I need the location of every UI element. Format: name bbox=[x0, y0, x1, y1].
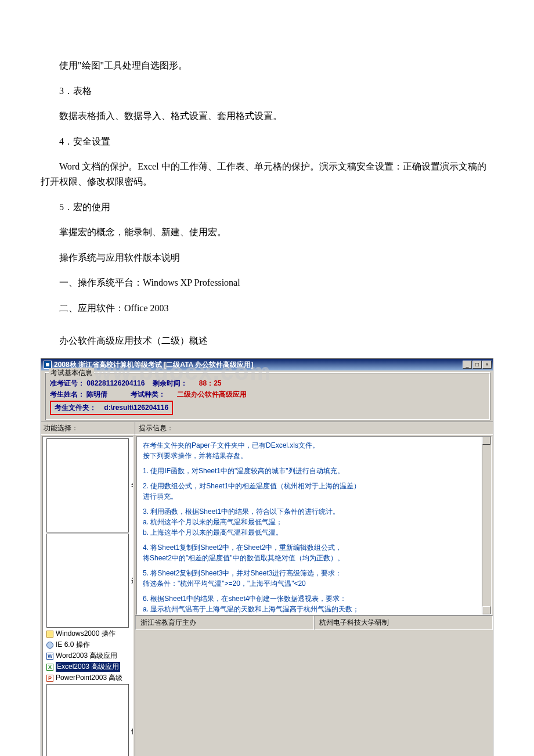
type-label: 考试种类： bbox=[131, 390, 165, 398]
folder-label: 考生文件夹： bbox=[55, 404, 96, 412]
document-page: 使用"绘图"工具处理自选图形。 3．表格 数据表格插入、数据导入、格式设置、套用… bbox=[0, 0, 534, 756]
instr-0a: 在考生文件夹的Paper子文件夹中，已有DExcel.xls文件。 bbox=[143, 440, 479, 451]
instr-4b: 将Sheet2中的"相差的温度值"中的数值取其绝对值（均为正数）。 bbox=[143, 553, 479, 563]
close-button[interactable]: × bbox=[482, 361, 492, 369]
tree-item-save[interactable]: 保存结果 bbox=[43, 683, 133, 756]
folder-value: d:\result\126204116 bbox=[104, 404, 168, 412]
instr-block-4: 4. 将Sheet1复制到Sheet2中，在Sheet2中，重新编辑数组公式， … bbox=[143, 542, 479, 563]
instr-6b: a. 显示杭州气温高于上海气温的天数和上海气温高于杭州气温的天数； bbox=[143, 604, 479, 614]
exam-info-legend: 考试基本信息 bbox=[49, 368, 94, 378]
para-app: 二、应用软件：Office 2003 bbox=[41, 301, 493, 316]
scroll-down-button[interactable] bbox=[482, 606, 490, 614]
folder-icon bbox=[46, 631, 53, 638]
window-title: 2008秋 浙江省高校计算机等级考试 [二级ATA 办公软件高级应用] bbox=[54, 360, 463, 370]
maximize-button[interactable]: □ bbox=[472, 361, 482, 369]
instr-block-2: 2. 使用数组公式，对Sheet1中的相差温度值（杭州相对于上海的温差） 进行填… bbox=[143, 481, 479, 502]
para-drawing: 使用"绘图"工具处理自选图形。 bbox=[41, 58, 493, 73]
function-select-legend: 功能选择： bbox=[41, 422, 135, 435]
ppt-icon bbox=[46, 675, 53, 682]
ticket-label: 准考证号： bbox=[50, 379, 85, 387]
left-column: 功能选择： 考试须知 选择题型 Windows2000 操作 IE 6.0 操作… bbox=[41, 422, 135, 756]
instr-5b: 筛选条件："杭州平均气温">=20，"上海平均气温"<20 bbox=[143, 578, 479, 589]
instr-3b: a. 杭州这半个月以来的最高气温和最低气温； bbox=[143, 517, 479, 527]
exam-window: 2008秋 浙江省高校计算机等级考试 [二级ATA 办公软件高级应用] _ □ … bbox=[41, 358, 493, 756]
page-icon bbox=[46, 438, 129, 532]
heading-3-tables: 3．表格 bbox=[41, 84, 493, 99]
name-value: 陈明倩 bbox=[86, 390, 107, 398]
save-icon bbox=[46, 684, 129, 756]
type-value: 二级办公软件高级应用 bbox=[177, 390, 247, 398]
instr-block-0: 在考生文件夹的Paper子文件夹中，已有DExcel.xls文件。 按下列要求操… bbox=[143, 440, 479, 461]
para-macro: 掌握宏的概念，能录制、新建、使用宏。 bbox=[41, 225, 493, 240]
folder-highlight: 考生文件夹： d:\result\126204116 bbox=[50, 401, 173, 415]
tree-item-choose[interactable]: 选择题型 bbox=[43, 533, 133, 628]
para-os: 一、操作系统平台：Windows XP Professional bbox=[41, 275, 493, 290]
remain-value: 88：25 bbox=[199, 379, 222, 387]
remain-label: 剩余时间： bbox=[153, 379, 187, 387]
para-tables: 数据表格插入、数据导入、格式设置、套用格式设置。 bbox=[41, 109, 493, 124]
minimize-button[interactable]: _ bbox=[463, 361, 472, 369]
tree-item-windows2000[interactable]: Windows2000 操作 bbox=[43, 628, 133, 639]
instr-4a: 4. 将Sheet1复制到Sheet2中，在Sheet2中，重新编辑数组公式， bbox=[143, 542, 479, 553]
heading-5-macro: 5．宏的使用 bbox=[41, 200, 493, 215]
instr-6a: 6. 根据Sheet1中的结果，在sheet4中创建一张数据透视表，要求： bbox=[143, 593, 479, 604]
window-footer: 浙江省教育厅主办 杭州电子科技大学研制 bbox=[135, 615, 493, 630]
instr-block-5: 5. 将Sheet2复制到Sheet3中，并对Sheet3进行高级筛选，要求： … bbox=[143, 568, 479, 589]
name-label: 考生姓名： bbox=[50, 390, 85, 398]
ticket-value: 082281126204116 bbox=[86, 379, 145, 387]
lower-pane: 功能选择： 考试须知 选择题型 Windows2000 操作 IE 6.0 操作… bbox=[41, 422, 493, 756]
ie-icon bbox=[46, 642, 53, 649]
instr-0b: 按下列要求操作，并将结果存盘。 bbox=[143, 451, 479, 461]
instructions-pane: 在考生文件夹的Paper子文件夹中，已有DExcel.xls文件。 按下列要求操… bbox=[136, 436, 492, 615]
footer-left: 浙江省教育厅主办 bbox=[135, 615, 314, 630]
app-icon bbox=[44, 361, 52, 369]
nav-tree: 考试须知 选择题型 Windows2000 操作 IE 6.0 操作 Word2… bbox=[42, 436, 134, 756]
instr-block-6: 6. 根据Sheet1中的结果，在sheet4中创建一张数据透视表，要求： a.… bbox=[143, 593, 479, 615]
instr-2b: 进行填充。 bbox=[143, 491, 479, 502]
para-security: Word 文档的保护。Excel 中的工作薄、工作表、单元格的保护。演示文稿安全… bbox=[41, 159, 493, 189]
exam-info-group: www.bdocx.com 考试基本信息 准考证号： 0822811262041… bbox=[45, 372, 490, 420]
tree-item-notice[interactable]: 考试须知 bbox=[43, 438, 133, 533]
page-icon bbox=[46, 534, 129, 628]
heading-4-security: 4．安全设置 bbox=[41, 134, 493, 149]
section-overview: 办公软件高级应用技术（二级）概述 bbox=[41, 333, 493, 348]
instr-5a: 5. 将Sheet2复制到Sheet3中，并对Sheet3进行高级筛选，要求： bbox=[143, 568, 479, 578]
footer-right: 杭州电子科技大学研制 bbox=[314, 615, 493, 630]
right-column: 提示信息： 在考生文件夹的Paper子文件夹中，已有DExcel.xls文件。 … bbox=[135, 422, 493, 756]
instr-block-1: 1. 使用IF函数，对Sheet1中的"温度较高的城市"列进行自动填充。 bbox=[143, 466, 479, 476]
instr-6c: b. 行区域设置为"温度较高的城市"； bbox=[143, 614, 479, 615]
scroll-up-button[interactable] bbox=[482, 437, 490, 445]
instr-block-3: 3. 利用函数，根据Sheet1中的结果，符合以下条件的进行统计。 a. 杭州这… bbox=[143, 506, 479, 538]
instr-3c: b. 上海这半个月以来的最高气温和最低气温。 bbox=[143, 527, 479, 538]
excel-icon bbox=[46, 664, 53, 671]
hint-legend: 提示信息： bbox=[135, 422, 493, 435]
tree-item-word2003[interactable]: Word2003 高级应用 bbox=[43, 650, 133, 661]
tree-item-excel2003[interactable]: Excel2003 高级应用 bbox=[43, 661, 133, 672]
tree-item-ppt2003[interactable]: PowerPoint2003 高级 bbox=[43, 672, 133, 683]
word-icon bbox=[46, 653, 53, 660]
titlebar: 2008秋 浙江省高校计算机等级考试 [二级ATA 办公软件高级应用] _ □ … bbox=[41, 359, 493, 370]
instr-3a: 3. 利用函数，根据Sheet1中的结果，符合以下条件的进行统计。 bbox=[143, 506, 479, 517]
instructions-vscrollbar[interactable] bbox=[482, 437, 491, 614]
instr-2a: 2. 使用数组公式，对Sheet1中的相差温度值（杭州相对于上海的温差） bbox=[143, 481, 479, 491]
tree-item-ie6[interactable]: IE 6.0 操作 bbox=[43, 639, 133, 650]
para-os-app: 操作系统与应用软件版本说明 bbox=[41, 250, 493, 265]
